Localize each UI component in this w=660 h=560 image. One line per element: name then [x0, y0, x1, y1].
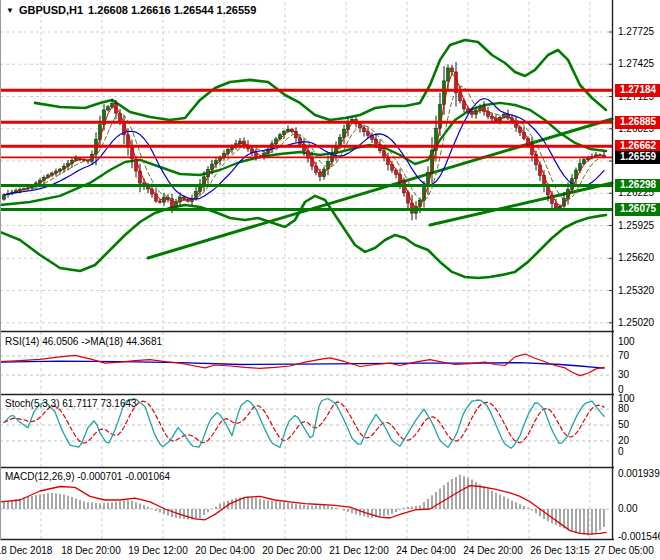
- price-axis-label: 1.27725: [618, 26, 654, 37]
- rsi-line: [0, 354, 604, 376]
- time-axis-label: 24 Dec 20:00: [463, 545, 523, 556]
- price-badge-resistance: 1.27184: [615, 84, 660, 97]
- macd-axis-label: 0.00: [618, 503, 637, 514]
- macd-signal-line: [0, 486, 606, 535]
- macd-axis-label: -0.001546: [618, 531, 660, 542]
- rsi-indicator-label: RSI(14) 46.0506 ->MA(18) 44.3681: [5, 336, 162, 347]
- symbol-dropdown-icon[interactable]: ▼: [6, 5, 14, 16]
- price-axis-label: 1.25620: [618, 252, 654, 263]
- trading-terminal-chart-window: 18 Dec 201818 Dec 20:0019 Dec 12:0020 De…: [0, 0, 660, 560]
- time-axis-label: 21 Dec 12:00: [329, 545, 389, 556]
- stoch-axis-label: 20: [618, 435, 629, 446]
- time-axis-label: 18 Dec 2018: [0, 545, 52, 556]
- price-badge-resistance: 1.26885: [615, 116, 660, 129]
- stoch-axis-label: 50: [618, 419, 629, 430]
- time-axis-label: 20 Dec 20:00: [262, 545, 322, 556]
- price-axis-label: 1.25320: [618, 285, 654, 296]
- stoch-axis-label: 100: [618, 393, 635, 404]
- time-axis[interactable]: 18 Dec 201818 Dec 20:0019 Dec 12:0020 De…: [0, 541, 660, 560]
- time-axis-label: 24 Dec 04:00: [396, 545, 456, 556]
- price-axis-label: 1.25925: [618, 220, 654, 231]
- macd-indicator-label: MACD(12,26,9) -0.000701 -0.001064: [5, 471, 170, 482]
- time-axis-label: 19 Dec 12:00: [128, 545, 188, 556]
- rsi-axis-label: 100: [618, 336, 635, 347]
- price-axis-label: 1.27425: [618, 58, 654, 69]
- candlestick-series: [3, 62, 606, 221]
- price-badge-price: 1.26559: [615, 151, 660, 164]
- rsi-ma-line: [0, 361, 604, 368]
- stoch-axis-label: 80: [618, 403, 629, 414]
- chart-title-bar: ▼ GBPUSD,H1 1.26608 1.26616 1.26544 1.26…: [6, 4, 256, 16]
- time-axis-label: 26 Dec 13:15: [530, 545, 590, 556]
- time-axis-label: 27 Dec 05:00: [594, 545, 654, 556]
- price-axis-label: 1.25020: [618, 317, 654, 328]
- rsi-axis-label: 70: [618, 350, 629, 361]
- chart-symbol-title: GBPUSD,H1: [19, 4, 83, 16]
- macd-axis-label: 0.001939: [618, 468, 660, 479]
- price-axis[interactable]: [614, 0, 660, 541]
- stochastic-indicator-label: Stoch(5,3,3) 61.7117 73.1643: [5, 398, 137, 409]
- stoch-axis-label: 0: [618, 446, 624, 457]
- macd-histogram: [4, 475, 604, 536]
- time-axis-label: 20 Dec 04:00: [195, 545, 255, 556]
- chart-ohlc-values: 1.26608 1.26616 1.26544 1.26559: [88, 4, 256, 16]
- time-axis-label: 18 Dec 20:00: [61, 545, 121, 556]
- rsi-axis-label: 30: [618, 369, 629, 380]
- price-badge-support: 1.26075: [615, 203, 660, 216]
- price-badge-support: 1.26298: [615, 179, 660, 192]
